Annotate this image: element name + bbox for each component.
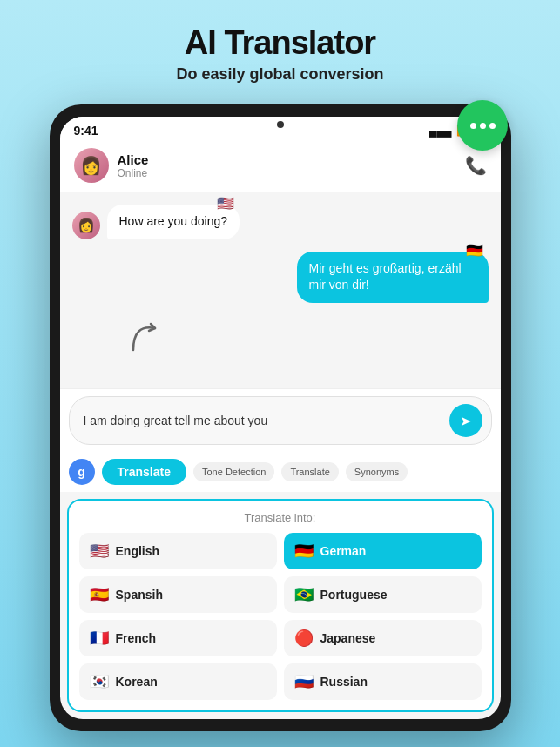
- lang-flag-portuguese: 🇧🇷: [294, 585, 314, 604]
- language-item-russian[interactable]: 🇷🇺Russian: [284, 663, 482, 700]
- language-selector-title: Translate into:: [79, 511, 482, 524]
- lang-flag-english: 🇺🇸: [90, 542, 109, 561]
- translate-toolbar: g Translate Tone Detection Translate Syn…: [60, 452, 501, 492]
- sender-avatar: 👩: [72, 212, 100, 239]
- translate-button[interactable]: Translate: [102, 459, 186, 485]
- message-input[interactable]: I am doing great tell me about you: [84, 414, 442, 427]
- avatar: 👩: [74, 148, 109, 183]
- messages-area: 👩 🇺🇸 How are you doing? 🇩🇪 Mir geht es g…: [60, 192, 501, 388]
- lang-name-japanese: Japanese: [320, 631, 376, 645]
- synonyms-chip[interactable]: Synonyms: [346, 462, 408, 481]
- tablet-frame: 9:41 ▄▄▄ 🛜 🔋 👩 Alice Online 📞 👩 🇺🇸: [50, 104, 511, 731]
- lang-name-english: English: [116, 544, 160, 558]
- message-incoming: 👩 🇺🇸 How are you doing?: [72, 205, 489, 239]
- language-selector: Translate into: 🇺🇸English🇩🇪German🇪🇸Spans…: [67, 499, 494, 712]
- language-item-german[interactable]: 🇩🇪German: [284, 533, 482, 569]
- lang-flag-russian: 🇷🇺: [294, 672, 314, 691]
- lang-name-german: German: [320, 544, 367, 558]
- input-area: I am doing great tell me about you ➤: [60, 388, 501, 452]
- outgoing-message-text: Mir geht es großartig, erzähl mir von di…: [309, 261, 462, 293]
- language-item-spansih[interactable]: 🇪🇸Spansih: [79, 576, 277, 613]
- lang-name-korean: Korean: [116, 675, 158, 689]
- flag-de: 🇩🇪: [466, 241, 483, 260]
- lang-name-french: French: [116, 631, 157, 645]
- lang-name-russian: Russian: [320, 675, 368, 689]
- contact-status: Online: [118, 167, 465, 179]
- language-grid: 🇺🇸English🇩🇪German🇪🇸Spansih🇧🇷Portuguese🇫🇷…: [79, 533, 482, 700]
- arrow-decoration: [125, 315, 489, 359]
- contact-name: Alice: [118, 152, 465, 167]
- app-title: AI Translator: [0, 0, 560, 62]
- app-subtitle: Do easily global conversion: [0, 65, 560, 84]
- lang-name-spansih: Spansih: [116, 588, 163, 602]
- language-item-portuguese[interactable]: 🇧🇷Portuguese: [284, 576, 482, 613]
- call-button[interactable]: 📞: [465, 155, 487, 176]
- chat-bubble-icon[interactable]: [457, 100, 508, 151]
- tone-detection-chip[interactable]: Tone Detection: [193, 462, 274, 481]
- flag-us: 🇺🇸: [217, 194, 234, 213]
- language-item-korean[interactable]: 🇰🇷Korean: [79, 663, 277, 700]
- lang-flag-french: 🇫🇷: [90, 629, 109, 648]
- chat-header: 👩 Alice Online 📞: [60, 141, 501, 192]
- language-item-japanese[interactable]: 🔴Japanese: [284, 620, 482, 656]
- incoming-message-text: How are you doing?: [119, 214, 228, 228]
- language-item-french[interactable]: 🇫🇷French: [79, 620, 277, 656]
- status-time: 9:41: [74, 124, 98, 138]
- language-item-english[interactable]: 🇺🇸English: [79, 533, 277, 569]
- lang-name-portuguese: Portuguese: [320, 588, 388, 602]
- lang-flag-japanese: 🔴: [294, 629, 314, 648]
- translate-chip[interactable]: Translate: [281, 462, 338, 481]
- g-icon: g: [69, 459, 95, 485]
- signal-icon: ▄▄▄: [429, 124, 452, 137]
- lang-flag-german: 🇩🇪: [294, 542, 314, 561]
- send-button[interactable]: ➤: [449, 404, 482, 437]
- message-outgoing: 🇩🇪 Mir geht es großartig, erzähl mir von…: [72, 252, 489, 303]
- lang-flag-spansih: 🇪🇸: [90, 585, 109, 604]
- lang-flag-korean: 🇰🇷: [90, 672, 109, 691]
